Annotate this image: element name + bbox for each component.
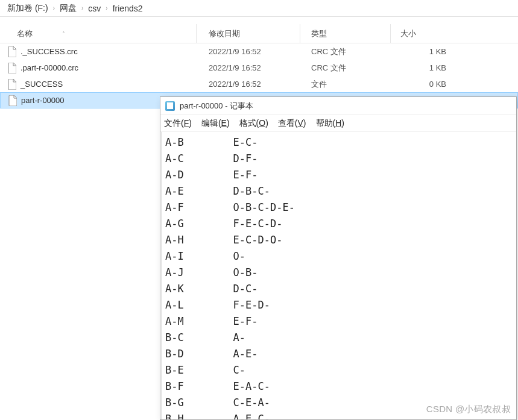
notepad-menubar: 文件(F) 编辑(E) 格式(O) 查看(V) 帮助(H) <box>160 115 516 132</box>
file-name-text: .part-r-00000.crc <box>21 63 78 72</box>
file-row[interactable]: .part-r-00000.crc2022/1/9 16:52CRC 文件1 K… <box>0 60 518 76</box>
breadcrumb-item[interactable]: csv <box>88 4 101 13</box>
file-name-cell: _SUCCESS <box>4 79 197 90</box>
file-name-text: _SUCCESS <box>21 80 63 89</box>
file-type-cell: 文件 <box>300 79 391 90</box>
file-size-cell: 0 KB <box>391 80 457 89</box>
file-date-cell: 2022/1/9 16:52 <box>197 80 300 89</box>
watermark: CSDN @小码农叔叔 <box>426 404 511 415</box>
menu-view[interactable]: 查看(V) <box>278 118 306 129</box>
breadcrumb-item[interactable]: 网盘 <box>60 3 77 14</box>
breadcrumb-item[interactable]: 新加卷 (F:) <box>7 3 48 14</box>
file-name-cell: ._SUCCESS.crc <box>4 46 197 57</box>
notepad-title-text: part-r-00000 - 记事本 <box>180 101 253 111</box>
file-row[interactable]: _SUCCESS2022/1/9 16:52文件0 KB <box>0 76 518 92</box>
file-date-cell: 2022/1/9 16:52 <box>197 47 300 56</box>
file-icon <box>7 63 17 74</box>
menu-format[interactable]: 格式(O) <box>239 118 268 129</box>
notepad-content[interactable]: A-B E-C- A-C D-F- A-D E-F- A-E D-B-C- A-… <box>161 132 516 419</box>
file-icon <box>8 95 17 106</box>
menu-file[interactable]: 文件(F) <box>164 118 192 129</box>
notepad-icon <box>165 101 175 111</box>
chevron-right-icon: › <box>53 5 55 11</box>
column-name-label: 名称 <box>17 28 33 39</box>
column-date[interactable]: 修改日期 <box>197 24 300 43</box>
notepad-titlebar[interactable]: part-r-00000 - 记事本 <box>160 97 516 115</box>
file-size-cell: 1 KB <box>391 47 457 56</box>
sort-arrow-icon: ˆ <box>63 31 65 37</box>
file-icon <box>7 79 17 90</box>
chevron-right-icon: › <box>106 5 107 11</box>
column-headers: 名称 ˆ 修改日期 类型 大小 <box>0 24 518 43</box>
menu-edit[interactable]: 编辑(E) <box>201 118 230 129</box>
column-size[interactable]: 大小 <box>391 24 457 43</box>
file-type-cell: CRC 文件 <box>300 46 391 57</box>
file-type-cell: CRC 文件 <box>300 63 391 74</box>
notepad-window: part-r-00000 - 记事本 文件(F) 编辑(E) 格式(O) 查看(… <box>160 96 517 420</box>
chevron-right-icon: › <box>81 5 83 11</box>
file-date-cell: 2022/1/9 16:52 <box>197 63 300 72</box>
file-row[interactable]: ._SUCCESS.crc2022/1/9 16:52CRC 文件1 KB <box>0 43 518 60</box>
breadcrumb-item[interactable]: friends2 <box>113 4 143 13</box>
column-name[interactable]: 名称 ˆ <box>4 24 197 43</box>
file-name-text: part-r-00000 <box>21 96 65 105</box>
breadcrumb[interactable]: 新加卷 (F:) › 网盘 › csv › friends2 <box>0 0 518 17</box>
file-name-cell: .part-r-00000.crc <box>4 63 197 74</box>
file-icon <box>7 46 17 57</box>
file-size-cell: 1 KB <box>391 63 457 72</box>
file-name-text: ._SUCCESS.crc <box>21 47 78 56</box>
menu-help[interactable]: 帮助(H) <box>316 118 344 129</box>
column-type[interactable]: 类型 <box>300 24 391 43</box>
